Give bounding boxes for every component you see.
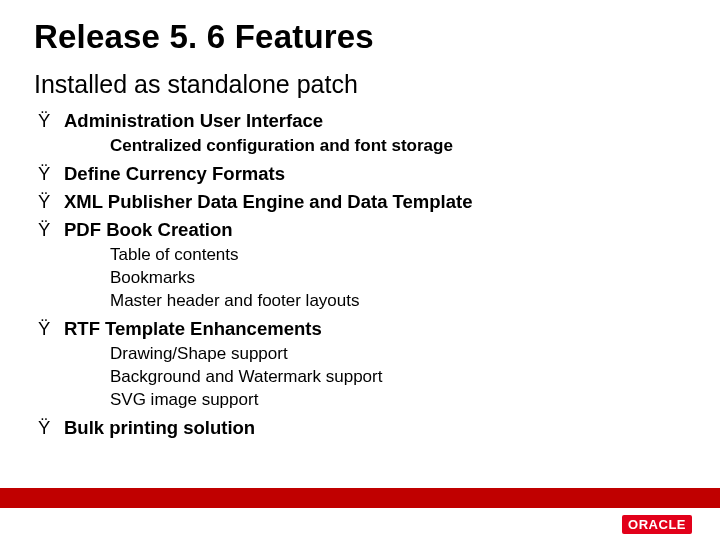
list-item-line: ŸAdministration User Interface — [38, 109, 686, 133]
sub-item: Bookmarks — [110, 267, 686, 290]
list-item: ŸBulk printing solution — [38, 416, 686, 440]
slide-title: Release 5. 6 Features — [34, 18, 686, 56]
sub-list: Table of contentsBookmarksMaster header … — [110, 244, 686, 313]
footer-redbar — [0, 488, 720, 508]
bullet-list: ŸAdministration User InterfaceCentralize… — [38, 109, 686, 440]
slide-subtitle: Installed as standalone patch — [34, 70, 686, 99]
list-item-line: ŸPDF Book Creation — [38, 218, 686, 242]
list-item-label: Administration User Interface — [64, 109, 323, 133]
list-item-line: ŸDefine Currency Formats — [38, 162, 686, 186]
list-item: ŸAdministration User InterfaceCentralize… — [38, 109, 686, 158]
sub-list: Centralized configuration and font stora… — [110, 135, 686, 158]
list-item-label: Bulk printing solution — [64, 416, 255, 440]
bullet-glyph: Ÿ — [38, 416, 64, 440]
list-item: ŸXML Publisher Data Engine and Data Temp… — [38, 190, 686, 214]
slide: Release 5. 6 Features Installed as stand… — [0, 0, 720, 540]
bullet-glyph: Ÿ — [38, 190, 64, 214]
list-item: ŸRTF Template EnhancementsDrawing/Shape … — [38, 317, 686, 412]
list-item-line: ŸXML Publisher Data Engine and Data Temp… — [38, 190, 686, 214]
sub-item: Centralized configuration and font stora… — [110, 135, 686, 158]
list-item-line: ŸRTF Template Enhancements — [38, 317, 686, 341]
sub-item: Table of contents — [110, 244, 686, 267]
oracle-logo: ORACLE — [622, 515, 692, 534]
list-item-label: XML Publisher Data Engine and Data Templ… — [64, 190, 472, 214]
sub-item: Master header and footer layouts — [110, 290, 686, 313]
bullet-glyph: Ÿ — [38, 218, 64, 242]
bullet-glyph: Ÿ — [38, 162, 64, 186]
sub-item: Background and Watermark support — [110, 366, 686, 389]
footer-whitebar: ORACLE — [0, 508, 720, 540]
list-item: ŸPDF Book CreationTable of contentsBookm… — [38, 218, 686, 313]
sub-item: SVG image support — [110, 389, 686, 412]
footer: ORACLE — [0, 488, 720, 540]
content-area: Release 5. 6 Features Installed as stand… — [0, 0, 720, 440]
list-item-label: RTF Template Enhancements — [64, 317, 322, 341]
list-item-label: Define Currency Formats — [64, 162, 285, 186]
list-item: ŸDefine Currency Formats — [38, 162, 686, 186]
list-item-label: PDF Book Creation — [64, 218, 233, 242]
sub-item: Drawing/Shape support — [110, 343, 686, 366]
oracle-logo-text: ORACLE — [622, 515, 692, 534]
sub-list: Drawing/Shape supportBackground and Wate… — [110, 343, 686, 412]
list-item-line: ŸBulk printing solution — [38, 416, 686, 440]
bullet-glyph: Ÿ — [38, 317, 64, 341]
bullet-glyph: Ÿ — [38, 109, 64, 133]
